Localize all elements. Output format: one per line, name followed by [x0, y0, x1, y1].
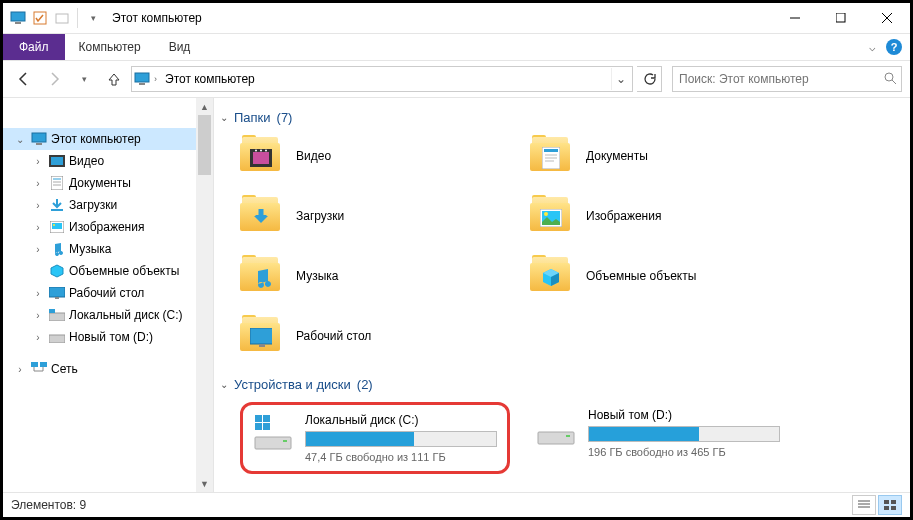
svg-rect-9 [139, 83, 145, 85]
expand-icon[interactable]: › [31, 156, 45, 167]
back-button[interactable] [11, 66, 37, 92]
drive-item[interactable]: Новый том (D:)196 ГБ свободно из 465 ГБ [530, 402, 800, 474]
properties-icon[interactable] [31, 9, 49, 27]
refresh-button[interactable] [637, 66, 662, 92]
expand-icon[interactable]: › [31, 178, 45, 189]
folder-downloads[interactable]: Загрузки [240, 195, 510, 237]
expand-icon[interactable]: › [31, 288, 45, 299]
expand-icon[interactable]: › [31, 222, 45, 233]
ribbon-tabs: Файл Компьютер Вид ⌵ ? [3, 34, 910, 61]
svg-rect-8 [135, 73, 149, 82]
svg-rect-16 [51, 176, 63, 190]
chevron-down-icon[interactable]: ⌄ [220, 112, 228, 123]
scroll-thumb[interactable] [198, 115, 211, 175]
tree: ⌄ Этот компьютер ›Видео ›Документы ›Загр… [3, 98, 213, 380]
svg-rect-22 [52, 223, 62, 229]
folder-videos[interactable]: Видео [240, 135, 510, 177]
new-folder-icon[interactable] [53, 9, 71, 27]
computer-tab[interactable]: Компьютер [65, 34, 155, 60]
sidebar-item-label: Этот компьютер [51, 132, 141, 146]
scroll-down-icon[interactable]: ▼ [196, 475, 213, 492]
sidebar-item-label: Музыка [69, 242, 111, 256]
sidebar-scrollbar[interactable]: ▲ ▼ [196, 98, 213, 492]
maximize-button[interactable] [818, 3, 864, 33]
expand-icon[interactable]: › [31, 332, 45, 343]
details-view-button[interactable] [852, 495, 876, 515]
recent-dropdown[interactable]: ▾ [71, 66, 97, 92]
titlebar: ▾ Этот компьютер [3, 3, 910, 34]
content-pane: ⌄ Папки (7) Видео Документы Загруз [214, 98, 910, 492]
close-button[interactable] [864, 3, 910, 33]
folder-music[interactable]: Музыка [240, 255, 510, 297]
chevron-down-icon[interactable]: ⌄ [220, 379, 228, 390]
sidebar-item-disk-d[interactable]: ›Новый том (D:) [3, 326, 213, 348]
computer-icon [134, 71, 150, 87]
music-icon [49, 241, 65, 257]
svg-rect-51 [255, 423, 262, 430]
breadcrumb-root[interactable]: Этот компьютер [161, 70, 259, 88]
sidebar-item-videos[interactable]: ›Видео [3, 150, 213, 172]
disk-icon [49, 329, 65, 345]
svg-rect-50 [263, 415, 270, 422]
pictures-icon [49, 219, 65, 235]
svg-rect-5 [836, 13, 845, 22]
sidebar-item-label: Рабочий стол [69, 286, 144, 300]
sidebar-item-pictures[interactable]: ›Изображения [3, 216, 213, 238]
drive-info: Локальный диск (C:)47,4 ГБ свободно из 1… [305, 413, 497, 463]
folder-label: Объемные объекты [586, 269, 696, 283]
collapse-icon[interactable]: ⌄ [13, 134, 27, 145]
address-dropdown-icon[interactable]: ⌄ [611, 68, 630, 90]
view-tab[interactable]: Вид [155, 34, 205, 60]
file-tab[interactable]: Файл [3, 34, 65, 60]
scroll-up-icon[interactable]: ▲ [196, 98, 213, 115]
svg-rect-29 [31, 362, 38, 367]
window-controls [772, 3, 910, 33]
drives-group-header[interactable]: ⌄ Устройства и диски (2) [220, 377, 900, 392]
folders-group-header[interactable]: ⌄ Папки (7) [220, 110, 900, 125]
expand-icon[interactable]: › [31, 200, 45, 211]
folder-pictures[interactable]: Изображения [530, 195, 800, 237]
minimize-button[interactable] [772, 3, 818, 33]
sidebar-item-label: Изображения [69, 220, 144, 234]
svg-rect-47 [250, 328, 272, 344]
folder-label: Рабочий стол [296, 329, 371, 343]
address-box[interactable]: › Этот компьютер ⌄ [131, 66, 633, 92]
folder-label: Загрузки [296, 209, 344, 223]
group-title: Устройства и диски [234, 377, 351, 392]
folder-icon [240, 135, 282, 177]
help-icon[interactable]: ? [886, 39, 902, 55]
drive-name: Локальный диск (C:) [305, 413, 497, 427]
expand-icon[interactable]: › [31, 244, 45, 255]
folder-3d-objects[interactable]: Объемные объекты [530, 255, 800, 297]
svg-rect-63 [891, 506, 896, 510]
chevron-right-icon[interactable]: › [154, 74, 157, 84]
folder-desktop[interactable]: Рабочий стол [240, 315, 510, 357]
search-icon[interactable] [883, 71, 897, 88]
addressbar: ▾ › Этот компьютер ⌄ [3, 61, 910, 98]
svg-rect-13 [36, 143, 42, 145]
ribbon-expand-icon[interactable]: ⌵ [869, 41, 876, 54]
sidebar-item-documents[interactable]: ›Документы [3, 172, 213, 194]
qat-dropdown-icon[interactable]: ▾ [84, 9, 102, 27]
search-input[interactable] [677, 71, 879, 87]
expand-icon[interactable]: › [31, 310, 45, 321]
forward-button[interactable] [41, 66, 67, 92]
sidebar-this-pc[interactable]: ⌄ Этот компьютер [3, 128, 213, 150]
computer-icon [31, 131, 47, 147]
sidebar-item-music[interactable]: ›Музыка [3, 238, 213, 260]
large-icons-view-button[interactable] [878, 495, 902, 515]
sidebar-network[interactable]: ›Сеть [3, 358, 213, 380]
sidebar-item-desktop[interactable]: ›Рабочий стол [3, 282, 213, 304]
svg-line-11 [892, 80, 896, 84]
sidebar-item-disk-c[interactable]: ›Локальный диск (C:) [3, 304, 213, 326]
desktop-icon [49, 285, 65, 301]
sidebar-item-label: Новый том (D:) [69, 330, 153, 344]
drive-item[interactable]: Локальный диск (C:)47,4 ГБ свободно из 1… [240, 402, 510, 474]
up-button[interactable] [101, 66, 127, 92]
sidebar-item-3d-objects[interactable]: Объемные объекты [3, 260, 213, 282]
search-box[interactable] [672, 66, 902, 92]
svg-rect-24 [49, 287, 65, 297]
expand-icon[interactable]: › [13, 364, 27, 375]
folder-documents[interactable]: Документы [530, 135, 800, 177]
sidebar-item-downloads[interactable]: ›Загрузки [3, 194, 213, 216]
